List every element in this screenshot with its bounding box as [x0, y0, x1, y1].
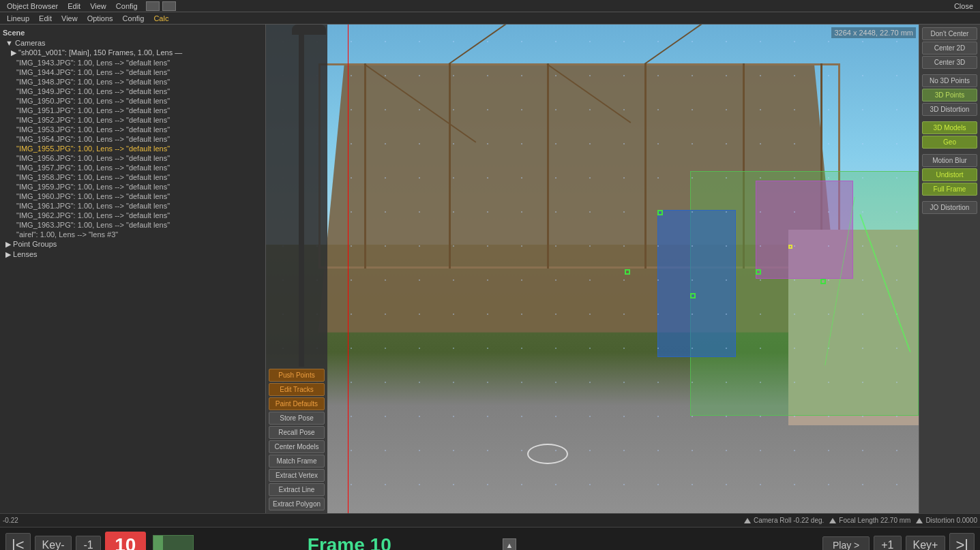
no-3d-points-button[interactable]: No 3D Points	[922, 74, 977, 87]
store-pose-button[interactable]: Store Pose	[269, 412, 325, 425]
frame-number-display: 10	[105, 532, 146, 551]
panel-toggle[interactable]	[146, 1, 160, 11]
img-1950[interactable]: "IMG_1950.JPG": 1.00, Lens --> "default …	[0, 96, 265, 106]
menu-edit-1[interactable]: Edit	[63, 2, 85, 10]
menu-options[interactable]: Options	[83, 14, 117, 22]
3d-distortion-button[interactable]: 3D Distortion	[922, 103, 977, 116]
focal-length-triangle	[829, 518, 836, 523]
camera-roll-status: Camera Roll -0.22 deg.	[744, 517, 824, 524]
full-frame-button[interactable]: Full Frame	[922, 183, 977, 196]
push-points-button[interactable]: Push Points	[269, 369, 325, 382]
img-1955[interactable]: "IMG_1955.JPG": 1.00, Lens --> "default …	[0, 144, 265, 153]
menu-edit-2[interactable]: Edit	[35, 14, 56, 22]
geo-button[interactable]: Geo	[922, 136, 977, 149]
purple-3d-overlay	[756, 181, 854, 278]
airel[interactable]: "airel": 1.00, Lens --> "lens #3"	[0, 230, 265, 239]
img-1963[interactable]: "IMG_1963.JPG": 1.00, Lens --> "default …	[0, 220, 265, 230]
img-1962[interactable]: "IMG_1962.JPG": 1.00, Lens --> "default …	[0, 211, 265, 220]
distortion-status: Distortion 0.0000	[916, 517, 977, 524]
focal-length-text: Focal Length 22.70 mm	[839, 517, 910, 524]
close-button[interactable]: Close	[950, 2, 977, 10]
img-1956[interactable]: "IMG_1956.JPG": 1.00, Lens --> "default …	[0, 153, 265, 163]
lenses-label[interactable]: ▶ Lenses	[0, 249, 265, 260]
skip-last-button[interactable]: >|	[949, 533, 975, 551]
status-val-text: -0.22	[3, 517, 18, 524]
point-groups-label[interactable]: ▶ Point Groups	[0, 239, 265, 249]
top-menu-bar-1: Object Browser Edit View Config Close	[0, 0, 980, 12]
dont-center-button[interactable]: Don't Center	[922, 27, 977, 40]
key-minus-button[interactable]: Key-	[35, 536, 72, 551]
paint-defaults-button[interactable]: Paint Defaults	[269, 397, 325, 410]
timeline-progress-area[interactable]	[153, 535, 194, 551]
camera-roll-text: Camera Roll -0.22 deg.	[754, 517, 824, 524]
scene-section-label: Scene	[0, 27, 265, 38]
menu-view-1[interactable]: View	[86, 2, 110, 10]
img-1958[interactable]: "IMG_1958.JPG": 1.00, Lens --> "default …	[0, 172, 265, 182]
motion-blur-button[interactable]: Motion Blur	[922, 154, 977, 167]
extract-vertex-button[interactable]: Extract Vertex	[269, 469, 325, 482]
edit-tracks-button[interactable]: Edit Tracks	[269, 383, 325, 396]
status-bar: -0.22 Camera Roll -0.22 deg. Focal Lengt…	[0, 513, 980, 527]
bridge-truss-2	[449, 63, 451, 269]
bridge-truss-3	[547, 63, 549, 269]
img-1959[interactable]: "IMG_1959.JPG": 1.00, Lens --> "default …	[0, 182, 265, 192]
menu-view-2[interactable]: View	[57, 14, 82, 22]
img-1943[interactable]: "IMG_1943.JPG": 1.00, Lens --> "default …	[0, 58, 265, 67]
center-3d-button[interactable]: Center 3D	[922, 56, 977, 69]
center-viewport[interactable]: 3264 x 2448, 22.70 mm Push Points Edit T…	[266, 25, 919, 513]
recall-pose-button[interactable]: Recall Pose	[269, 426, 325, 439]
img-1957[interactable]: "IMG_1957.JPG": 1.00, Lens --> "default …	[0, 163, 265, 172]
menu-object-browser[interactable]: Object Browser	[3, 2, 62, 10]
distortion-triangle	[916, 518, 923, 523]
match-frame-button[interactable]: Match Frame	[269, 455, 325, 468]
track-point-yellow	[788, 245, 792, 249]
active-camera-item[interactable]: ▶ "sh001_v001": [Main], 150 Frames, 1.00…	[0, 48, 265, 58]
timeline-bar: |< Key- -1 10 Frame 10 ▲ Play > +1 Key+ …	[0, 527, 980, 550]
scene-background	[266, 25, 919, 513]
play-button[interactable]: Play >	[822, 536, 870, 551]
panel-toggle-2[interactable]	[162, 1, 176, 11]
main-layout: Scene ▼ Cameras ▶ "sh001_v001": [Main], …	[0, 25, 980, 513]
cameras-section-label[interactable]: ▼ Cameras	[0, 38, 265, 48]
track-point-5	[820, 279, 826, 284]
img-1961[interactable]: "IMG_1961.JPG": 1.00, Lens --> "default …	[0, 201, 265, 211]
menu-calc[interactable]: Calc	[149, 14, 173, 22]
undistort-button[interactable]: Undistort	[922, 168, 977, 181]
key-plus-button[interactable]: Key+	[906, 536, 946, 551]
img-1960[interactable]: "IMG_1960.JPG": 1.00, Lens --> "default …	[0, 192, 265, 201]
plus-1-button[interactable]: +1	[874, 536, 901, 551]
camera-roll-triangle	[744, 518, 751, 523]
center-2d-button[interactable]: Center 2D	[922, 42, 977, 55]
extract-polygon-button[interactable]: Extract Polygon	[269, 498, 325, 510]
3d-points-button[interactable]: 3D Points	[922, 89, 977, 102]
distortion-text: Distortion 0.0000	[925, 517, 977, 524]
status-value-1: -0.22	[3, 517, 18, 524]
timeline-cursor-icon[interactable]: ▲	[503, 538, 516, 551]
timeline-fill	[153, 536, 164, 551]
img-1951[interactable]: "IMG_1951.JPG": 1.00, Lens --> "default …	[0, 106, 265, 115]
bridge-truss-4	[644, 63, 647, 269]
scene-tree: Scene ▼ Cameras ▶ "sh001_v001": [Main], …	[0, 25, 265, 513]
track-point-3	[690, 293, 696, 299]
frame-label: Frame 10	[201, 534, 499, 551]
focal-length-status: Focal Length 22.70 mm	[829, 517, 910, 524]
viewport-info: 3264 x 2448, 22.70 mm	[831, 27, 916, 38]
minus-1-button[interactable]: -1	[76, 536, 100, 551]
track-point-1	[657, 210, 663, 215]
img-1949[interactable]: "IMG_1949.JPG": 1.00, Lens --> "default …	[0, 87, 265, 96]
3d-models-button[interactable]: 3D Models	[922, 121, 977, 134]
extract-line-button[interactable]: Extract Line	[269, 483, 325, 496]
jo-distortion-button[interactable]: JO Distortion	[922, 201, 977, 214]
img-1952[interactable]: "IMG_1952.JPG": 1.00, Lens --> "default …	[0, 115, 265, 125]
top-menu-bar-2: Lineup Edit View Options Config Calc	[0, 12, 980, 25]
menu-lineup[interactable]: Lineup	[3, 14, 33, 22]
menu-config-1[interactable]: Config	[112, 2, 142, 10]
img-1954[interactable]: "IMG_1954.JPG": 1.00, Lens --> "default …	[0, 134, 265, 144]
img-1944[interactable]: "IMG_1944.JPG": 1.00, Lens --> "default …	[0, 67, 265, 77]
menu-config-2[interactable]: Config	[119, 14, 149, 22]
img-1948[interactable]: "IMG_1948.JPG": 1.00, Lens --> "default …	[0, 77, 265, 87]
center-models-button[interactable]: Center Models	[269, 440, 325, 453]
img-1953[interactable]: "IMG_1953.JPG": 1.00, Lens --> "default …	[0, 125, 265, 134]
skip-first-button[interactable]: |<	[5, 533, 31, 551]
track-point-4	[756, 269, 761, 275]
